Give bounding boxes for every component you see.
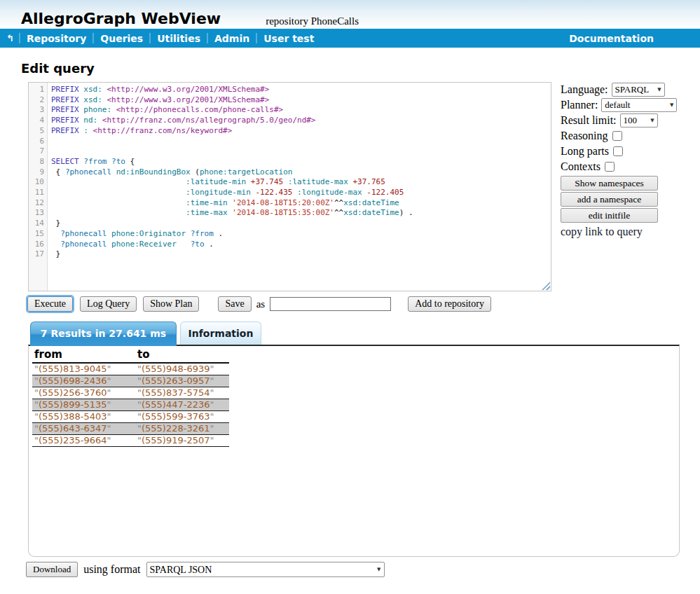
contexts-label: Contexts	[561, 160, 601, 173]
table-row: "(555)388-5403""(555)599-3763"	[32, 411, 229, 423]
actions-row: Execute Log Query Show Plan Save as Add …	[26, 296, 700, 312]
line-number: 9	[29, 167, 44, 178]
main-navbar: ↰ Repository Queries Utilities Admin Use…	[0, 29, 700, 48]
code-line: PREFIX nd: <http://franz.com/ns/allegrog…	[51, 116, 551, 126]
edit-initfile-button[interactable]: edit initfile	[561, 208, 658, 223]
line-number: 4	[29, 116, 44, 126]
show-namespaces-button[interactable]: Show namespaces	[561, 176, 658, 191]
table-row: "(555)698-2436""(555)263-0957"	[32, 375, 229, 387]
app-title: AllegroGraph WebView	[21, 11, 221, 27]
table-cell: "(555)837-5754"	[135, 387, 229, 399]
code-line: :time-max '2014-08-18T15:35:00Z'^^xsd:da…	[51, 208, 551, 219]
nav-item-admin[interactable]: Admin	[208, 33, 256, 44]
table-cell: "(555)263-0957"	[135, 375, 229, 387]
result-limit-label: Result limit:	[561, 114, 617, 127]
save-as-label: as	[256, 298, 266, 310]
line-number: 7	[29, 146, 44, 157]
tab-results[interactable]: 7 Results in 27.641 ms	[30, 322, 177, 346]
line-number: 13	[29, 208, 44, 219]
table-cell: "(555)813-9045"	[32, 363, 135, 375]
table-row: "(555)235-9664""(555)919-2507"	[32, 435, 229, 447]
results-panel: from to "(555)813-9045""(555)948-6939""(…	[28, 345, 680, 557]
code-line	[51, 137, 551, 147]
planner-label: Planner:	[561, 99, 598, 111]
code-line: }	[51, 249, 551, 260]
nav-item-utilities[interactable]: Utilities	[151, 33, 207, 44]
table-row: "(555)256-3760""(555)837-5754"	[32, 387, 229, 399]
results-tabs: 7 Results in 27.641 ms Information	[30, 322, 700, 346]
line-number: 10	[29, 177, 44, 188]
repository-label: repository PhoneCalls	[266, 15, 359, 27]
page-title: Edit query	[21, 61, 700, 76]
contexts-checkbox[interactable]	[605, 162, 615, 172]
line-number: 15	[29, 229, 44, 240]
code-line: PREFIX xsd: <http://www.w3.org/2001/XMLS…	[51, 85, 551, 95]
column-header-to: to	[135, 347, 229, 363]
download-row: Download using format SPARQL JSON	[26, 562, 700, 577]
result-limit-select[interactable]: 100	[620, 113, 658, 127]
code-line: PREFIX phone: <http://phonecalls.com/pho…	[51, 105, 551, 116]
reasoning-checkbox[interactable]	[612, 131, 622, 141]
line-number: 17	[29, 249, 44, 260]
using-format-label: using format	[83, 563, 140, 576]
back-arrow-icon[interactable]: ↰	[0, 33, 19, 43]
language-label: Language:	[561, 83, 608, 96]
line-number: 8	[29, 157, 44, 167]
long-parts-label: Long parts	[561, 145, 609, 158]
table-cell: "(555)919-2507"	[135, 435, 229, 447]
code-line: ?phonecall phone:Receiver ?to .	[51, 240, 551, 250]
table-cell: "(555)899-5135"	[32, 399, 135, 411]
code-line: :longitude-min -122.435 :longitude-max -…	[51, 188, 551, 198]
top-header: AllegroGraph WebView repository PhoneCal…	[0, 0, 700, 29]
line-number: 14	[29, 219, 44, 229]
results-table-body: "(555)813-9045""(555)948-6939""(555)698-…	[32, 363, 229, 447]
table-cell: "(555)599-3763"	[135, 411, 229, 423]
line-number: 5	[29, 126, 44, 137]
editor-code[interactable]: PREFIX xsd: <http://www.w3.org/2001/XMLS…	[48, 83, 551, 291]
code-line: SELECT ?from ?to {	[51, 157, 551, 167]
add-namespace-button[interactable]: add a namespace	[561, 192, 658, 207]
editor-row: 1234567891011121314151617 PREFIX xsd: <h…	[0, 82, 700, 291]
table-row: "(555)899-5135""(555)447-2236"	[32, 399, 229, 411]
table-row: "(555)643-6347""(555)228-3261"	[32, 423, 229, 435]
log-query-button[interactable]: Log Query	[80, 296, 137, 312]
line-number: 2	[29, 95, 44, 106]
code-line	[51, 146, 551, 157]
nav-item-user-test[interactable]: User test	[257, 33, 320, 44]
long-parts-checkbox[interactable]	[613, 146, 623, 156]
table-cell: "(555)256-3760"	[32, 387, 135, 399]
table-row: "(555)813-9045""(555)948-6939"	[32, 363, 229, 375]
tab-information[interactable]: Information	[180, 322, 261, 345]
save-button[interactable]: Save	[218, 296, 251, 312]
save-name-input[interactable]	[270, 297, 391, 311]
download-format-select[interactable]: SPARQL JSON	[146, 562, 385, 577]
nav-item-repository[interactable]: Repository	[20, 33, 92, 44]
code-line: { ?phonecall nd:inBoundingBox (phone:tar…	[51, 167, 551, 178]
copy-link-to-query[interactable]: copy link to query	[561, 226, 643, 238]
line-number: 6	[29, 137, 44, 147]
results-table: from to "(555)813-9045""(555)948-6939""(…	[32, 347, 229, 447]
table-header-row: from to	[32, 347, 229, 363]
show-plan-button[interactable]: Show Plan	[143, 296, 199, 312]
table-cell: "(555)228-3261"	[135, 423, 229, 435]
add-to-repository-button[interactable]: Add to repository	[408, 296, 491, 312]
execute-button[interactable]: Execute	[27, 296, 73, 312]
code-line: ?phonecall phone:Originator ?from .	[51, 229, 551, 240]
line-number: 12	[29, 198, 44, 209]
column-header-from: from	[32, 347, 135, 363]
table-cell: "(555)698-2436"	[32, 375, 135, 387]
table-cell: "(555)235-9664"	[32, 435, 135, 447]
editor-gutter: 1234567891011121314151617	[29, 83, 48, 291]
language-select[interactable]: SPARQL	[612, 83, 665, 97]
code-line: PREFIX xsd: <http://www.w3.org/2001/XMLS…	[51, 95, 551, 106]
nav-item-queries[interactable]: Queries	[94, 33, 149, 44]
line-number: 1	[29, 85, 44, 95]
nav-item-documentation[interactable]: Documentation	[563, 33, 700, 44]
table-cell: "(555)388-5403"	[32, 411, 135, 423]
download-button[interactable]: Download	[26, 562, 78, 577]
planner-select[interactable]: default	[601, 98, 677, 112]
code-line: }	[51, 219, 551, 229]
query-editor[interactable]: 1234567891011121314151617 PREFIX xsd: <h…	[28, 82, 551, 291]
table-cell: "(555)948-6939"	[135, 363, 229, 375]
reasoning-label: Reasoning	[561, 130, 608, 142]
